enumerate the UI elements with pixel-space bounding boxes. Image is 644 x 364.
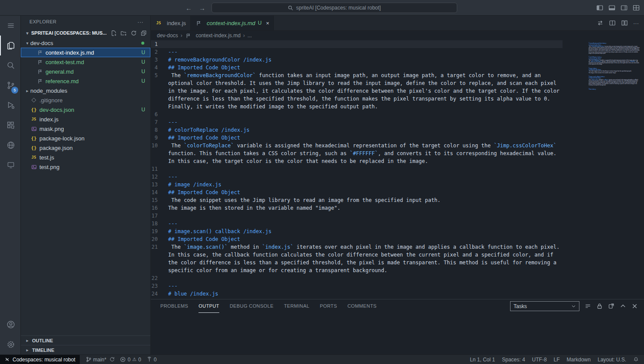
toggle-secondary-sidebar-icon[interactable] [621, 4, 628, 11]
line-text[interactable] [168, 212, 563, 220]
line-text[interactable]: --- [168, 173, 563, 181]
forward-button[interactable]: → [199, 4, 205, 12]
file-row-.gitignore[interactable]: .gitignore [21, 95, 150, 105]
panel-tab-output[interactable]: OUTPUT [198, 299, 219, 313]
line-text[interactable] [168, 165, 563, 173]
panel-tab-debug-console[interactable]: DEBUG CONSOLE [230, 299, 273, 313]
file-row-test.js[interactable]: JStest.js [21, 153, 150, 162]
code-editor[interactable]: 12---3# removeBackgroundColor /index.js4… [151, 40, 644, 299]
line-text[interactable]: # colorToReplace /index.js [168, 126, 563, 134]
panel-tab-terminal[interactable]: TERMINAL [284, 299, 309, 313]
remote-explorer-icon[interactable] [0, 155, 20, 175]
line-text[interactable]: The code snippet uses the Jimp library t… [168, 196, 563, 204]
line-text[interactable]: # blue /index.js [168, 290, 563, 298]
tab-index.js[interactable]: JSindex.js [151, 16, 191, 30]
open-preview-icon[interactable] [609, 20, 616, 26]
close-panel-icon[interactable] [631, 303, 638, 309]
line-text[interactable]: The `colorToReplace` variable is assigne… [168, 142, 563, 165]
file-row-package-lock.json[interactable]: {}package-lock.json [21, 133, 150, 143]
line-text[interactable]: ## Imported Code Object [168, 235, 563, 243]
file-row-node_modules[interactable]: ▸node_modules [21, 86, 150, 95]
workspace-section-header[interactable]: ▾ SPRITEAI [CODESPACES: MUS... [21, 28, 150, 38]
search-icon[interactable] [0, 55, 20, 75]
line-text[interactable]: The `image.scan()` method in `index.js` … [168, 243, 563, 274]
file-row-context-index.js.md[interactable]: context-index.js.mdU [21, 48, 150, 57]
cursor-position[interactable]: Ln 1, Col 1 [470, 357, 495, 363]
command-center-search[interactable]: spriteAI [Codespaces: musical robot] [211, 3, 457, 13]
line-text[interactable] [168, 274, 563, 282]
open-output-in-editor-icon[interactable] [608, 303, 615, 309]
explorer-more-actions-icon[interactable]: ··· [137, 19, 143, 25]
panel-tab-comments[interactable]: COMMENTS [348, 299, 377, 313]
line-text[interactable]: ## Imported Code Object [168, 64, 563, 72]
chevron-right-icon[interactable]: ▸ [24, 88, 30, 93]
split-editor-icon[interactable] [621, 20, 628, 26]
toggle-sidebar-icon[interactable] [596, 4, 603, 11]
account-icon[interactable] [0, 315, 20, 335]
problems-indicator[interactable]: 0 ⚠ 0 [117, 355, 143, 364]
remote-indicator[interactable]: Codespaces: musical robot [0, 355, 80, 364]
indentation[interactable]: Spaces: 4 [502, 357, 525, 363]
line-text[interactable]: # removeBackgroundColor /index.js [168, 56, 563, 64]
line-text[interactable]: The image is then stored in the variable… [168, 204, 563, 212]
settings-gear-icon[interactable] [0, 335, 20, 354]
file-row-test.png[interactable]: test.png [21, 162, 150, 172]
line-text[interactable]: The `removeBackgroundColor` function tak… [168, 72, 563, 110]
run-debug-icon[interactable] [0, 95, 20, 115]
globe-icon[interactable] [0, 135, 20, 155]
breadcrumb-dev-docs[interactable]: dev-docs [157, 32, 178, 39]
file-row-dev-docs[interactable]: ▾dev-docs [21, 38, 150, 48]
source-control-icon[interactable]: 5 [0, 75, 20, 95]
line-text[interactable]: --- [168, 118, 563, 126]
minimap[interactable]: 12---3# removeBackgroundColor /index.js4… [589, 40, 641, 299]
eol-sequence[interactable]: LF [554, 357, 560, 363]
more-actions-icon[interactable]: ··· [633, 20, 639, 26]
extensions-icon[interactable] [0, 115, 20, 135]
panel-tab-ports[interactable]: PORTS [320, 299, 337, 313]
line-text[interactable]: # image.scan() callback /index.js [168, 228, 563, 235]
outline-section[interactable]: ▸ OUTLINE [21, 335, 150, 345]
timeline-section[interactable]: ▸ TIMELINE [21, 345, 150, 354]
line-text[interactable]: --- [168, 48, 563, 56]
line-text[interactable]: ## Imported Code Object [168, 134, 563, 142]
file-row-package.json[interactable]: {}package.json [21, 143, 150, 153]
breadcrumb-...[interactable]: ... [247, 32, 252, 39]
output-panel-body[interactable] [151, 313, 644, 355]
line-text[interactable]: # image /index.js [168, 181, 563, 188]
file-row-reference.md[interactable]: reference.mdU [21, 76, 150, 86]
toggle-panel-icon[interactable] [608, 4, 615, 11]
back-button[interactable]: ← [185, 4, 192, 12]
line-text[interactable]: ## Imported Code Object [168, 188, 563, 196]
open-changes-icon[interactable] [597, 20, 604, 26]
file-row-index.js[interactable]: JSindex.js [21, 114, 150, 124]
panel-tab-problems[interactable]: PROBLEMS [160, 299, 188, 313]
output-channel-select[interactable]: Tasks [510, 301, 579, 311]
refresh-icon[interactable] [130, 30, 137, 36]
line-text[interactable] [168, 110, 563, 118]
chevron-down-icon[interactable]: ▾ [24, 41, 30, 46]
file-row-dev-docs.json[interactable]: {}dev-docs.jsonU [21, 105, 150, 114]
line-text[interactable] [168, 40, 563, 48]
breadcrumb-context-index.js.md[interactable]: context-index.js.md [185, 32, 241, 39]
tab-context-index.js.md[interactable]: context-index.js.mdU× [191, 16, 274, 30]
notifications-bell-icon[interactable] [633, 357, 639, 362]
collapse-all-icon[interactable] [140, 30, 147, 36]
customize-layout-icon[interactable] [633, 4, 640, 11]
menu-icon[interactable] [0, 16, 20, 36]
encoding[interactable]: UTF-8 [532, 357, 547, 363]
lock-icon[interactable] [596, 303, 603, 309]
close-tab-icon[interactable]: × [266, 20, 270, 26]
new-file-icon[interactable] [111, 30, 117, 36]
explorer-icon[interactable] [0, 36, 20, 55]
keyboard-layout[interactable]: Layout: U.S. [598, 357, 626, 363]
maximize-panel-icon[interactable] [620, 303, 626, 309]
line-text[interactable]: --- [168, 282, 563, 290]
clear-output-icon[interactable] [585, 303, 591, 309]
file-row-mask.png[interactable]: mask.png [21, 124, 150, 133]
ports-indicator[interactable]: 0 [144, 355, 159, 364]
new-folder-icon[interactable] [120, 30, 127, 36]
branch-indicator[interactable]: main* [83, 355, 118, 364]
line-text[interactable]: --- [168, 220, 563, 228]
file-row-context-test.md[interactable]: context-test.mdU [21, 57, 150, 67]
language-mode[interactable]: Markdown [567, 357, 591, 363]
